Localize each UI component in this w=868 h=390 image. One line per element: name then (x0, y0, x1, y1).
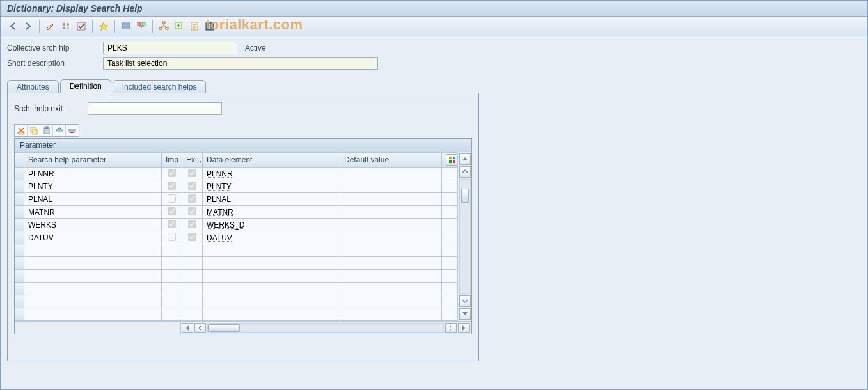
display-change-icon[interactable] (43, 19, 58, 33)
row-selector[interactable] (15, 219, 24, 231)
data-element-cell[interactable] (203, 283, 340, 295)
col-param[interactable]: Search help parameter (24, 153, 162, 168)
exp-checkbox[interactable] (188, 207, 196, 215)
data-element-cell[interactable] (203, 295, 340, 308)
table-settings-icon[interactable] (446, 154, 457, 166)
vscroll-thumb[interactable] (461, 189, 469, 203)
param-cell[interactable] (24, 193, 161, 205)
scroll-up-icon[interactable] (459, 153, 471, 165)
row-selector[interactable] (15, 308, 24, 321)
documentation-icon[interactable] (187, 19, 201, 33)
imp-checkbox[interactable] (168, 220, 176, 228)
scroll-left-icon[interactable] (182, 323, 193, 333)
data-element-cell[interactable] (203, 193, 340, 205)
hscroll-thumb[interactable] (208, 324, 240, 332)
name-field[interactable] (103, 42, 237, 54)
default-cell[interactable] (340, 244, 441, 256)
imp-checkbox[interactable] (168, 207, 176, 215)
param-cell[interactable] (24, 206, 161, 218)
row-selector[interactable] (15, 244, 24, 257)
default-cell[interactable] (340, 231, 441, 244)
param-cell[interactable] (24, 168, 161, 180)
imp-checkbox[interactable] (168, 182, 176, 190)
default-cell[interactable] (340, 295, 441, 308)
default-cell[interactable] (340, 283, 441, 295)
imp-checkbox[interactable] (168, 233, 176, 241)
scroll-line-up-icon[interactable] (459, 166, 471, 178)
param-cell[interactable] (24, 270, 161, 282)
param-cell[interactable] (24, 257, 161, 269)
copy-icon[interactable] (28, 125, 40, 136)
hscroll-track[interactable] (207, 323, 444, 333)
param-cell[interactable] (24, 180, 161, 192)
exp-checkbox[interactable] (188, 169, 196, 177)
row-selector[interactable] (15, 193, 24, 206)
data-element-cell[interactable] (203, 206, 340, 218)
vscroll-track[interactable] (459, 179, 471, 294)
scroll-col-left-icon[interactable] (194, 323, 206, 333)
row-selector[interactable] (15, 283, 24, 295)
scroll-line-down-icon[interactable] (459, 295, 471, 307)
row-selector[interactable] (15, 257, 24, 270)
data-element-cell[interactable] (203, 168, 340, 180)
data-element-cell[interactable] (203, 244, 340, 256)
append-icon[interactable] (172, 19, 186, 33)
exp-checkbox[interactable] (188, 233, 196, 241)
tab-included[interactable]: Included search helps (113, 80, 207, 93)
col-config[interactable] (442, 153, 457, 168)
data-element-cell[interactable] (203, 219, 340, 231)
display-object-list-icon[interactable] (134, 19, 148, 33)
row-selector[interactable] (15, 180, 24, 193)
row-selector[interactable] (15, 295, 24, 308)
default-cell[interactable] (340, 206, 441, 218)
tab-definition[interactable]: Definition (60, 79, 111, 93)
horizontal-scrollbar[interactable] (15, 321, 471, 334)
row-selector-header[interactable] (15, 153, 24, 168)
cut-icon[interactable] (15, 125, 28, 136)
where-used-icon[interactable] (119, 19, 133, 33)
imp-checkbox[interactable] (168, 194, 176, 203)
col-data-element[interactable]: Data element (203, 153, 340, 168)
info-icon[interactable]: i (203, 19, 217, 33)
exp-checkbox[interactable] (188, 194, 196, 203)
col-default[interactable]: Default value (340, 153, 442, 168)
imp-checkbox[interactable] (168, 169, 176, 177)
check-icon[interactable] (74, 19, 88, 33)
row-selector[interactable] (15, 168, 24, 180)
exp-checkbox[interactable] (188, 182, 196, 190)
forward-icon[interactable] (21, 19, 35, 33)
default-cell[interactable] (340, 168, 441, 180)
tab-attributes[interactable]: Attributes (7, 80, 59, 93)
exp-checkbox[interactable] (188, 220, 196, 228)
default-cell[interactable] (340, 219, 441, 231)
default-cell[interactable] (340, 270, 441, 282)
data-element-cell[interactable] (203, 231, 340, 244)
default-cell[interactable] (340, 193, 441, 205)
param-cell[interactable] (24, 295, 161, 308)
data-element-cell[interactable] (203, 180, 340, 192)
exit-field[interactable] (88, 102, 222, 115)
param-cell[interactable] (24, 244, 161, 256)
default-cell[interactable] (340, 308, 441, 320)
scroll-down-icon[interactable] (459, 308, 471, 320)
row-selector[interactable] (15, 231, 24, 244)
row-selector[interactable] (15, 206, 24, 219)
row-selector[interactable] (15, 270, 24, 283)
data-element-cell[interactable] (203, 308, 340, 320)
param-cell[interactable] (24, 308, 161, 320)
param-cell[interactable] (24, 283, 161, 295)
vertical-scrollbar[interactable] (457, 152, 471, 321)
paste-icon[interactable] (40, 125, 53, 136)
default-cell[interactable] (340, 257, 441, 269)
data-element-cell[interactable] (203, 257, 340, 269)
other-object-icon[interactable] (59, 19, 73, 33)
insert-row-icon[interactable] (53, 125, 66, 136)
data-element-cell[interactable] (203, 270, 340, 282)
default-cell[interactable] (340, 180, 441, 192)
param-cell[interactable] (24, 219, 161, 231)
col-imp[interactable]: Imp (162, 153, 182, 168)
back-icon[interactable] (6, 19, 20, 33)
activate-icon[interactable] (97, 19, 111, 33)
scroll-col-right-icon[interactable] (445, 323, 457, 333)
param-cell[interactable] (24, 231, 161, 244)
